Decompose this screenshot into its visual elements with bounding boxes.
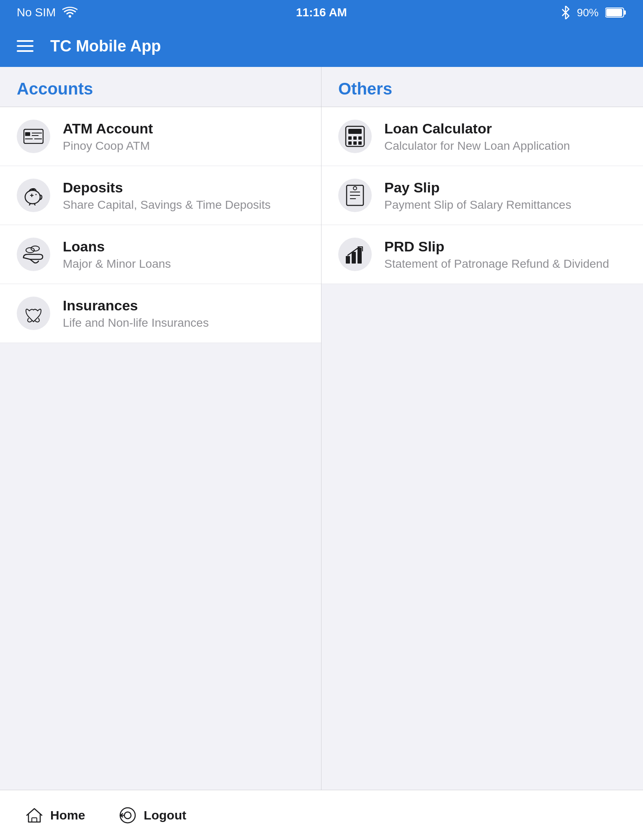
loans-title: Loans — [63, 238, 171, 255]
svg-rect-3 — [606, 9, 622, 16]
menu-item-prd-slip[interactable]: PRD Slip Statement of Patronage Refund &… — [322, 225, 643, 284]
svg-point-11 — [36, 194, 37, 195]
svg-point-0 — [69, 15, 71, 18]
payslip-icon — [338, 179, 372, 212]
svg-rect-21 — [358, 136, 362, 140]
deposits-text: Deposits Share Capital, Savings & Time D… — [63, 179, 270, 212]
svg-rect-24 — [358, 141, 362, 145]
svg-rect-32 — [358, 248, 362, 264]
deposits-icon — [17, 179, 50, 212]
svg-rect-30 — [346, 256, 350, 264]
deposits-subtitle: Share Capital, Savings & Time Deposits — [63, 198, 270, 212]
wifi-icon — [62, 7, 77, 18]
main-content: Accounts ATM Account Pinoy Coop ATM — [0, 67, 643, 790]
pay-slip-title: Pay Slip — [384, 179, 571, 196]
logout-label: Logout — [144, 808, 186, 822]
accounts-section-title: Accounts — [17, 79, 93, 98]
pay-slip-subtitle: Payment Slip of Salary Remittances — [384, 198, 571, 212]
hamburger-button[interactable] — [17, 40, 33, 52]
left-panel: Accounts ATM Account Pinoy Coop ATM — [0, 67, 322, 790]
deposits-title: Deposits — [63, 179, 270, 196]
svg-rect-19 — [348, 136, 352, 140]
svg-rect-22 — [348, 141, 352, 145]
menu-item-loans[interactable]: Loans Major & Minor Loans — [0, 225, 321, 284]
accounts-section-header: Accounts — [0, 67, 321, 107]
svg-point-29 — [353, 187, 357, 190]
battery-icon — [605, 7, 626, 18]
status-left: No SIM — [17, 6, 77, 19]
loan-calculator-title: Loan Calculator — [384, 120, 570, 137]
nav-bar: TC Mobile App — [0, 25, 643, 67]
calculator-icon — [338, 120, 372, 153]
svg-rect-33 — [32, 818, 37, 822]
svg-point-35 — [124, 812, 131, 819]
others-section-header: Others — [322, 67, 643, 107]
others-section-title: Others — [338, 79, 392, 98]
atm-subtitle: Pinoy Coop ATM — [63, 139, 153, 153]
logout-nav-item[interactable]: Logout — [118, 806, 186, 825]
svg-rect-2 — [624, 10, 626, 15]
menu-item-loan-calculator[interactable]: Loan Calculator Calculator for New Loan … — [322, 107, 643, 166]
svg-rect-18 — [348, 129, 362, 134]
menu-item-pay-slip[interactable]: Pay Slip Payment Slip of Salary Remittan… — [322, 166, 643, 225]
status-right: 90% — [561, 6, 626, 19]
svg-rect-4 — [24, 129, 43, 143]
loan-calculator-subtitle: Calculator for New Loan Application — [384, 139, 570, 153]
home-icon — [25, 806, 44, 825]
insurances-text: Insurances Life and Non-life Insurances — [63, 297, 209, 330]
loans-text: Loans Major & Minor Loans — [63, 238, 171, 271]
loans-icon — [17, 238, 50, 271]
status-time: 11:16 AM — [296, 6, 347, 19]
svg-point-16 — [31, 246, 39, 251]
prd-slip-text: PRD Slip Statement of Patronage Refund &… — [384, 238, 609, 271]
logout-icon — [118, 806, 137, 825]
svg-rect-5 — [25, 132, 30, 136]
svg-rect-20 — [353, 136, 357, 140]
insurances-subtitle: Life and Non-life Insurances — [63, 316, 209, 330]
svg-rect-14 — [31, 189, 35, 190]
svg-point-10 — [25, 190, 40, 204]
insurances-icon — [17, 297, 50, 330]
atm-icon — [17, 120, 50, 153]
svg-rect-31 — [352, 252, 356, 264]
insurances-title: Insurances — [63, 297, 209, 314]
bottom-nav: Home Logout — [0, 790, 643, 840]
carrier-label: No SIM — [17, 6, 56, 19]
pay-slip-text: Pay Slip Payment Slip of Salary Remittan… — [384, 179, 571, 212]
loan-calculator-text: Loan Calculator Calculator for New Loan … — [384, 120, 570, 153]
atm-title: ATM Account — [63, 120, 153, 137]
menu-item-atm[interactable]: ATM Account Pinoy Coop ATM — [0, 107, 321, 166]
status-bar: No SIM 11:16 AM 90% — [0, 0, 643, 25]
svg-point-15 — [26, 248, 34, 253]
bluetooth-icon — [561, 6, 570, 19]
atm-text: ATM Account Pinoy Coop ATM — [63, 120, 153, 153]
prd-icon — [338, 238, 372, 271]
menu-item-deposits[interactable]: Deposits Share Capital, Savings & Time D… — [0, 166, 321, 225]
menu-item-insurances[interactable]: Insurances Life and Non-life Insurances — [0, 284, 321, 343]
right-panel: Others Loan Calculator Calculator for Ne… — [322, 67, 643, 790]
prd-slip-title: PRD Slip — [384, 238, 609, 255]
app-title: TC Mobile App — [50, 37, 161, 55]
home-nav-item[interactable]: Home — [25, 806, 85, 825]
svg-rect-23 — [353, 141, 357, 145]
prd-slip-subtitle: Statement of Patronage Refund & Dividend — [384, 257, 609, 271]
loans-subtitle: Major & Minor Loans — [63, 257, 171, 271]
battery-label: 90% — [577, 6, 599, 19]
home-label: Home — [50, 808, 85, 822]
